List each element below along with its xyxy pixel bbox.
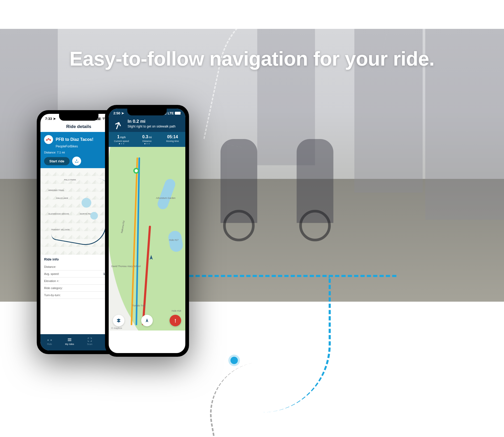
map-label: PALO PARK [64, 179, 76, 181]
stat-current-speed: 1mph Current speed [109, 135, 134, 144]
map-label: Nakoma Rd [120, 221, 125, 233]
current-position-icon [148, 254, 154, 261]
location-arrow-icon: ➤ [121, 111, 124, 115]
headline: Easy-to-follow navigation for your ride. [0, 47, 504, 70]
nav-instruction-panel: In 0.2 mi Slight right to get on sidewal… [109, 116, 185, 132]
nav-distance: In 0.2 mi [128, 119, 176, 124]
dashed-path-gray-bottom [202, 354, 323, 437]
stats-bar: 1mph Current speed 0.3mi Distance 05:14 … [109, 132, 185, 147]
bike-icon [44, 135, 53, 144]
info-row: Turn-by-turn:Yes [44, 292, 113, 299]
map-label: TRANSIT VILLAGE [51, 228, 70, 231]
route-header-distance: Distance: 7.1 mi [44, 151, 113, 154]
phone-notch [127, 109, 167, 115]
map-attribution: © mapbox [111, 327, 122, 329]
tab-scan[interactable]: Scan [87, 337, 92, 345]
status-time: 7:33 [45, 117, 52, 121]
ride-info-title: Ride info [44, 257, 113, 261]
nav-instruction: Slight right to get on sidewalk path [128, 125, 176, 128]
info-row: Avg. speed:12 mph [44, 270, 113, 278]
navigation-map[interactable]: Nakoma Rd Arboretum Garden Hole #17 Davi… [109, 147, 185, 331]
map-label: DALE LAKE [56, 197, 68, 199]
turn-arrow-icon [112, 119, 124, 130]
stat-distance: 0.3mi Distance [134, 135, 160, 144]
map-label: GLENWOOD GROVE [48, 213, 69, 215]
map-label: Tumalo Trail [132, 304, 145, 307]
stat-moving-time: 05:14 Moving time [160, 135, 185, 144]
map-label: Hole #18 [172, 310, 181, 312]
share-button[interactable] [72, 157, 81, 166]
origin-marker-icon [133, 168, 139, 174]
route-author: PeopleForBikes [56, 145, 113, 148]
carrier-label: LTE [167, 111, 174, 115]
location-arrow-icon: ➤ [53, 117, 56, 121]
map-label: David Thoreau ntary School [111, 265, 140, 268]
layers-button[interactable] [113, 315, 124, 326]
map-label: Hole #17 [169, 239, 178, 241]
map-label: NORTH PARK [80, 213, 94, 215]
path-dot [230, 357, 238, 364]
status-time: 2:50 [113, 111, 120, 115]
tab-my-rides[interactable]: My rides [65, 337, 74, 345]
start-ride-button[interactable]: Start ride [44, 157, 70, 165]
tab-ride[interactable]: Ride [47, 337, 52, 345]
info-row: Elevation +:230 ft [44, 278, 113, 285]
stop-button[interactable] [170, 315, 181, 326]
phone-navigation: 2:50 ➤ LTE In 0.2 mi Slight right to get… [105, 105, 189, 357]
recenter-button[interactable] [141, 315, 153, 326]
map-label: Arboretum Garden [156, 197, 176, 199]
info-row: Ride category:paved [44, 285, 113, 292]
route-name: PFB to Diaz Tacos! [56, 137, 93, 142]
battery-icon [175, 112, 181, 115]
phone-notch [59, 114, 98, 121]
info-row: Distance:7.1 mi [44, 263, 113, 270]
map-label: WINDING TRAIL [48, 189, 64, 191]
